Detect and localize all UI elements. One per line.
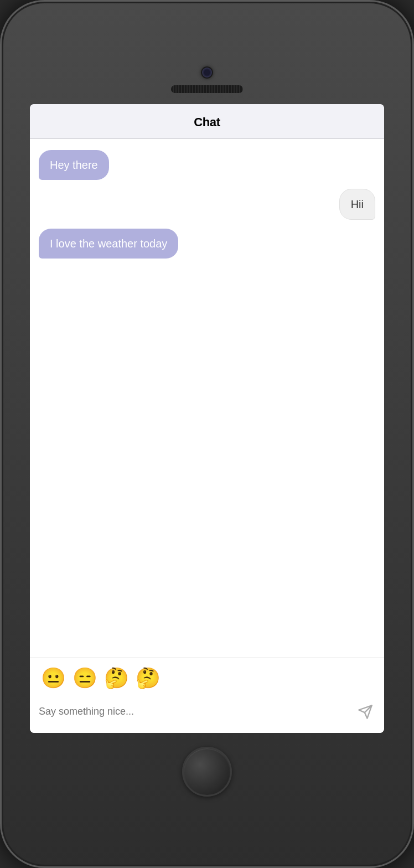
emoji-bar: 😐 😑 🤔 🤔 [30,657,384,696]
emoji-neutral[interactable]: 😐 [41,666,66,690]
phone-bottom-area [0,733,414,813]
chat-messages-area: Hey there Hii I love the weather today [30,139,384,657]
chat-header: Chat [30,104,384,139]
chat-title: Chat [194,115,220,129]
emoji-thinking[interactable]: 🤔 [136,666,161,690]
speaker-grille [171,85,243,93]
message-bubble-hii: Hii [339,189,375,220]
send-button[interactable] [355,702,375,722]
camera-icon [201,66,213,79]
emoji-hmm[interactable]: 🤔 [104,666,129,690]
phone-screen: Chat Hey there Hii I love the weather to… [30,104,384,733]
chat-input[interactable] [39,706,350,717]
emoji-expressionless[interactable]: 😑 [73,666,97,690]
phone-top-area [0,55,414,104]
chat-input-area [30,696,384,733]
phone-frame: Chat Hey there Hii I love the weather to… [0,0,414,868]
message-bubble-weather: I love the weather today [39,229,178,259]
send-icon [358,704,373,720]
message-bubble-hey-there: Hey there [39,150,109,180]
home-button[interactable] [182,747,232,797]
